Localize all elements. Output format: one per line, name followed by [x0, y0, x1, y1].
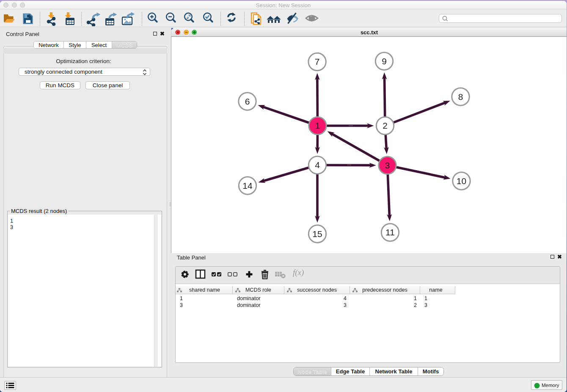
svg-text:1: 1 — [315, 121, 320, 130]
svg-text:2: 2 — [383, 121, 388, 130]
svg-text:9: 9 — [382, 56, 387, 66]
svg-text:7: 7 — [315, 57, 320, 66]
svg-text:11: 11 — [385, 227, 395, 237]
svg-text:14: 14 — [242, 181, 253, 190]
svg-text:4: 4 — [315, 160, 320, 170]
svg-text:3: 3 — [385, 160, 390, 170]
svg-text:6: 6 — [245, 97, 250, 106]
svg-text:8: 8 — [458, 92, 463, 102]
svg-text:10: 10 — [457, 176, 466, 186]
svg-text:15: 15 — [312, 229, 322, 239]
